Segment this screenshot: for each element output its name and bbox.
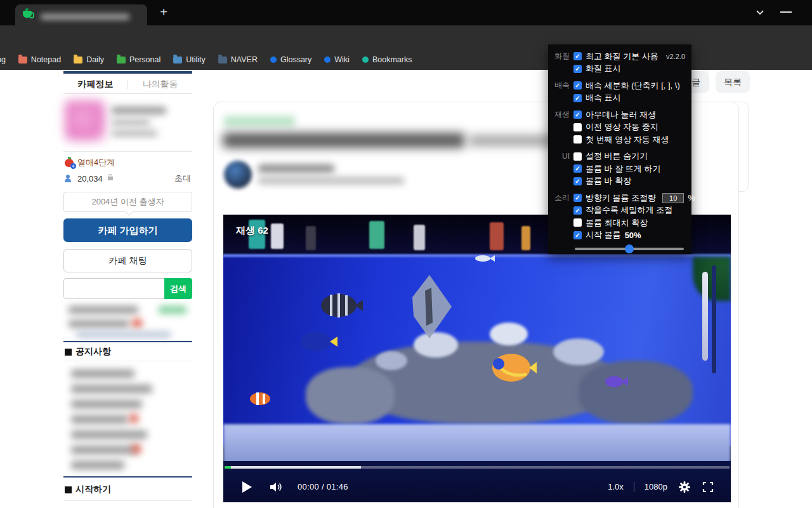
volume-icon[interactable] [268,481,284,493]
volume-step-input[interactable]: 10 [662,193,684,203]
popup-setting-row[interactable]: 설정 버튼 숨기기 [573,150,691,163]
post-meta-blurred [258,177,404,184]
checkbox-icon[interactable]: ✓ [573,81,582,90]
checkbox-icon[interactable]: ✓ [573,206,582,215]
progress-played [225,466,231,469]
checkbox-icon[interactable] [573,135,582,144]
bookmark-item[interactable]: Notepad [18,55,61,64]
notice-item-blurred [71,400,142,408]
setting-label: 이전 영상 자동 중지 [586,121,658,133]
bookmark-item[interactable]: ang [0,55,6,64]
bookmark-item[interactable]: Utility [173,55,206,64]
notice-item-blurred [71,446,137,454]
folder-icon [18,57,27,64]
list-button[interactable]: 목록 [716,71,750,93]
checkbox-icon[interactable] [573,123,582,131]
browser-tab[interactable] [15,4,147,25]
popup-setting-row[interactable]: ✓볼륨 바 잘 뜨게 하기 [573,163,691,175]
new-tab-button[interactable]: + [157,5,171,19]
checkbox-icon[interactable]: ✓ [573,177,582,185]
popup-section: 배속✓배속 세분화 (단축키 [, ], \)✓배속 표시 [548,79,691,104]
popup-setting-row[interactable]: 볼륨 최대치 확장 [573,217,695,229]
checkbox-icon[interactable]: ✓ [573,52,582,60]
stat-line-blurred [69,306,138,314]
cafe-search-input[interactable] [63,278,165,299]
emperor-angelfish [490,351,538,384]
bookmark-label: Personal [129,55,160,64]
tab-bar: + [0,0,812,25]
setting-label: 볼륨 바 잘 뜨게 하기 [586,163,660,175]
bookmark-item[interactable]: Bookmarks [362,55,412,64]
tab-cafe-info[interactable]: 카페정보 [63,75,128,93]
popup-setting-row[interactable]: ✓화질 표시 [573,63,691,76]
progress-loaded [225,466,361,469]
setting-label: 작을수록 세밀하게 조절 [586,204,672,216]
category-badge-blurred [224,116,295,126]
gear-icon[interactable] [678,480,691,494]
play-icon[interactable] [242,481,252,493]
setting-value-bold: 50% [625,231,641,240]
notice-red-blurred [132,444,141,453]
popup-setting-row[interactable]: ✓아무데나 눌러 재생 [573,109,691,121]
popup-section: 재생✓아무데나 눌러 재생이전 영상 자동 중지첫 번째 영상 자동 재생 [548,109,691,146]
bookmark-label: NAVER [231,55,258,64]
bookmark-item[interactable]: Daily [74,55,104,64]
popup-setting-row[interactable]: ✓작을수록 세밀하게 조절 [573,204,695,217]
members-icon [65,175,74,182]
popup-setting-row[interactable]: 이전 영상 자동 중지 [573,121,691,134]
cafe-info-blurred [112,119,150,126]
purple-fish [604,373,629,390]
slider-thumb[interactable] [625,244,634,253]
square-bullet-icon [65,486,72,493]
extension-version: v2.2.0 [666,53,685,60]
bookmark-item[interactable]: Personal [117,55,160,64]
popup-setting-row[interactable]: ✓방향키 볼륨 조절량10% [573,192,695,204]
setting-label: 볼륨 최대치 확장 [586,217,648,229]
setting-label: 아무데나 눌러 재생 [586,109,656,121]
popup-section-label: 배속 [548,79,573,104]
checkbox-icon[interactable]: ✓ [573,231,582,239]
invite-link[interactable]: 초대 [174,173,191,184]
checkbox-icon[interactable] [573,152,582,161]
bookmark-item[interactable]: NAVER [218,55,258,64]
checkbox-icon[interactable]: ✓ [573,65,582,73]
bookmark-label: Notepad [31,55,61,64]
playback-speed[interactable]: 1.0x [608,482,624,491]
video-progress-bar[interactable] [225,466,730,469]
video-controls: 00:00 / 01:46 1.0x 1080p [223,471,731,502]
popup-section-label: 화질 [548,50,573,75]
checkbox-icon[interactable] [573,218,582,227]
popup-section-label: 재생 [548,109,573,146]
popup-setting-row[interactable]: ✓볼륨 바 확장 [573,175,691,188]
getting-started-header[interactable]: 시작하기 [65,484,111,495]
video-player[interactable]: 재생 62 00:00 / 01:46 1.0x 1080p [223,215,731,502]
join-cafe-button[interactable]: 카페 가입하기 [63,218,192,242]
minimize-icon[interactable] [780,11,792,13]
notice-item-blurred [71,415,128,424]
quality-selector[interactable]: 1080p [645,482,667,491]
checkbox-icon[interactable]: ✓ [573,164,582,173]
popup-setting-row[interactable]: ✓배속 표시 [573,92,691,105]
setting-label: 배속 세분화 (단축키 [, ], \) [586,80,680,91]
cafe-chat-button[interactable]: 카페 채팅 [63,249,192,272]
search-button[interactable]: 검색 [164,278,192,299]
fullscreen-icon[interactable] [702,481,714,493]
bookmark-label: Wiki [334,55,350,64]
tab-my-activity[interactable]: 나의활동 [128,75,192,93]
silver-fish [474,254,495,263]
notice-header[interactable]: 공지사항 [65,346,111,358]
checkbox-icon[interactable]: ✓ [573,194,582,202]
bookmark-item[interactable]: Glossary [270,55,311,64]
checkbox-icon[interactable]: ✓ [573,110,582,119]
popup-setting-row[interactable]: ✓배속 세분화 (단축키 [, ], \) [573,79,691,92]
bookmark-item[interactable]: Wiki [324,55,350,64]
popup-setting-row[interactable]: ✓시작 볼륨 50% [573,229,695,242]
start-volume-slider[interactable] [575,248,684,250]
checkbox-icon[interactable]: ✓ [573,94,582,102]
popup-setting-row[interactable]: ✓최고 화질 기본 사용v2.2.0 [573,50,691,63]
notice-item-blurred [71,370,134,378]
blue-tang-fish [299,329,337,354]
popup-setting-row[interactable]: 첫 번째 영상 자동 재생 [573,133,691,146]
tab-search-chevron-icon[interactable] [752,6,768,19]
extension-settings-popup: 화질✓최고 화질 기본 사용v2.2.0✓화질 표시배속✓배속 세분화 (단축키… [548,44,691,254]
